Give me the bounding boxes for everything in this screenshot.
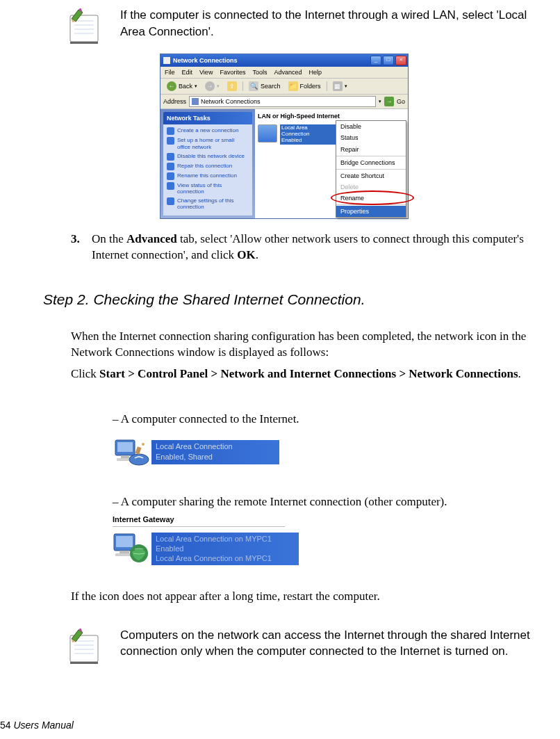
body-paragraph-2: Click Start > Control Panel > Network an… [71, 366, 539, 382]
network-icon-1 [113, 437, 151, 468]
svg-rect-19 [70, 662, 98, 664]
lac-badge-2: Local Area Connection on MYPC1 Enabled L… [151, 533, 299, 565]
window-title: Network Connections [173, 56, 370, 65]
step-number: 3. [71, 232, 92, 263]
sidebar-item[interactable]: Disable this network device [167, 153, 249, 161]
menu-advanced[interactable]: Advanced [274, 68, 302, 76]
folders-button[interactable]: 📁 Folders [286, 81, 323, 92]
network-icon-2 [113, 533, 151, 565]
address-icon [192, 98, 199, 105]
toolbar: ← Back ▾ → ▾ ⇧ 🔍 Search 📁 Folders [160, 79, 408, 95]
note-text-1: If the computer is connected to the Inte… [120, 7, 553, 47]
svg-rect-11 [135, 446, 141, 454]
go-button[interactable]: → [384, 97, 394, 106]
step-2-title: Step 2. Checking the Shared Internet Con… [43, 290, 553, 309]
menu-bar: File Edit View Favorites Tools Advanced … [160, 67, 408, 79]
menu-favorites[interactable]: Favorites [220, 68, 245, 76]
menu-help[interactable]: Help [308, 68, 322, 76]
forward-button[interactable]: → ▾ [203, 81, 222, 92]
page-footer: 54 Users Manual [0, 719, 74, 732]
connection-icon-row-1: Local Area Connection Enabled, Shared [113, 437, 553, 468]
go-label: Go [397, 97, 405, 106]
ctx-bridge[interactable]: Bridge Connections [336, 157, 406, 168]
connections-area: LAN or High-Speed Internet Local Area Co… [255, 109, 408, 218]
sub-item-2: – A computer sharing the remote Internet… [113, 494, 539, 510]
svg-rect-8 [121, 455, 129, 458]
step-3-instruction: 3. On the Advanced tab, select 'Allow ot… [71, 232, 545, 263]
search-button[interactable]: 🔍 Search [247, 81, 283, 92]
sidebar-item[interactable]: View status of this connection [167, 182, 249, 195]
sidebar-item[interactable]: Change settings of this connection [167, 197, 249, 211]
ctx-status[interactable]: Status [336, 132, 406, 143]
ctx-shortcut[interactable]: Create Shortcut [336, 170, 406, 181]
side-panel: Network Tasks Create a new connection Se… [160, 109, 255, 218]
up-icon: ⇧ [227, 81, 237, 91]
search-icon: 🔍 [249, 81, 258, 91]
context-menu: Disable Status Repair Bridge Connections… [336, 120, 406, 218]
menu-file[interactable]: File [165, 68, 175, 76]
svg-rect-7 [117, 442, 133, 452]
lac-badge-1: Local Area Connection Enabled, Shared [151, 440, 279, 464]
minimize-button[interactable]: _ [370, 56, 381, 65]
svg-rect-15 [120, 551, 129, 553]
views-button[interactable]: ▦ ▾ [331, 81, 349, 92]
note-icon [66, 8, 106, 47]
connection-name: Local Area Connection [281, 125, 337, 138]
sidebar-item[interactable]: Create a new connection [167, 127, 249, 135]
svg-point-10 [129, 454, 149, 465]
menu-view[interactable]: View [199, 68, 213, 76]
window-icon [163, 57, 170, 64]
page-number: 54 [0, 720, 11, 731]
ctx-rename[interactable]: Rename [336, 193, 406, 204]
connection-icon [258, 124, 277, 143]
views-icon: ▦ [333, 81, 343, 91]
up-button[interactable]: ⇧ [225, 81, 239, 92]
note-icon [66, 628, 106, 667]
svg-point-12 [142, 443, 145, 446]
address-bar: Address Network Connections ▾ → Go [160, 95, 408, 109]
folders-icon: 📁 [288, 81, 298, 91]
back-button[interactable]: ← Back ▾ [165, 81, 199, 92]
category-label: LAN or High-Speed Internet [258, 112, 405, 120]
footer-text: Users Manual [11, 720, 74, 731]
address-label: Address [163, 97, 186, 106]
ctx-disable[interactable]: Disable [336, 121, 406, 132]
forward-icon: → [205, 81, 215, 91]
connection-status: Enabled [281, 138, 337, 144]
ctx-properties[interactable]: Properties [336, 206, 406, 217]
sub-item-1: – A computer connected to the Internet. [113, 412, 539, 428]
body-paragraph-3: If the icon does not appear after a long… [71, 589, 539, 605]
back-icon: ← [167, 81, 176, 91]
sidebar-item[interactable]: Set up a home or small office network [167, 137, 249, 150]
connection-icon-row-2: Local Area Connection on MYPC1 Enabled L… [113, 533, 553, 565]
svg-rect-14 [116, 536, 133, 547]
side-panel-header: Network Tasks [163, 112, 252, 124]
sidebar-item[interactable]: Rename this connection [167, 172, 249, 180]
menu-edit[interactable]: Edit [182, 68, 193, 76]
ctx-repair[interactable]: Repair [336, 144, 406, 155]
window-titlebar: Network Connections _ □ × [160, 54, 408, 67]
internet-gateway-label: Internet Gateway [113, 514, 285, 527]
maximize-button[interactable]: □ [383, 56, 394, 65]
menu-tools[interactable]: Tools [252, 68, 267, 76]
sidebar-item[interactable]: Repair this connection [167, 163, 249, 170]
address-field[interactable]: Network Connections [189, 96, 376, 107]
body-paragraph-1: When the Internet connection sharing con… [71, 329, 539, 361]
network-connections-window: Network Connections _ □ × File Edit View… [160, 54, 409, 219]
ctx-delete[interactable]: Delete [336, 181, 406, 193]
close-button[interactable]: × [395, 56, 406, 65]
note-text-2: Computers on the network can access the … [120, 627, 549, 667]
svg-rect-1 [70, 42, 98, 44]
